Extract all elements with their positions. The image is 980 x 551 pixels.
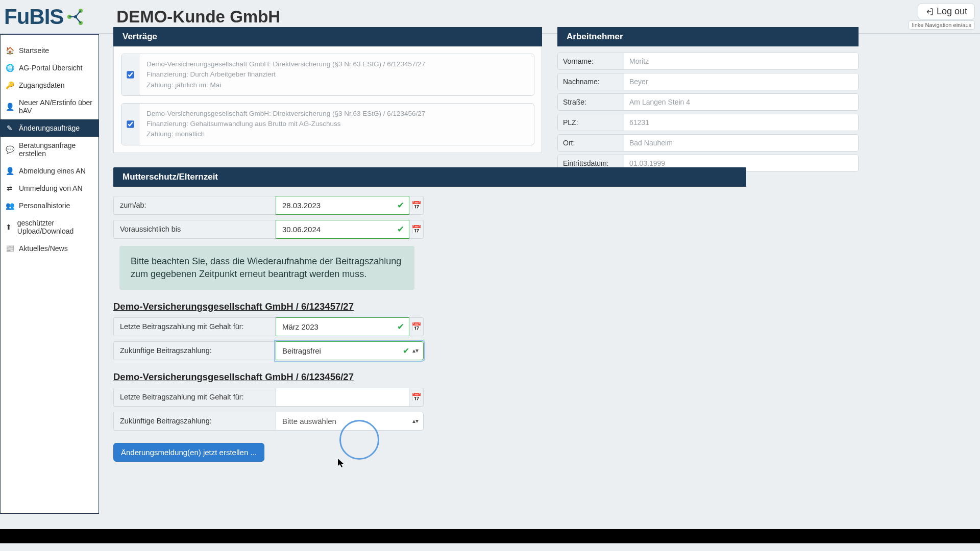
calendar-button[interactable]: 📅	[409, 317, 424, 336]
employee-row-vorname: Vorname: Moritz	[557, 53, 859, 70]
logout-label: Log out	[937, 6, 967, 17]
employee-row-nachname: Nachname: Beyer	[557, 73, 859, 90]
employee-row-strasse: Straße: Am Langen Stein 4	[557, 93, 859, 111]
form-row-from: zum/ab: ✔ 📅	[113, 196, 424, 215]
customer-name: DEMO-Kunde GmbH	[116, 7, 280, 27]
form-row-until: Voraussichtlich bis ✔ 📅	[113, 220, 424, 239]
contract-line: Finanzierung: Gehaltsumwandlung aus Brut…	[146, 119, 527, 129]
mutterschutz-section: Mutterschutz/Elternzeit zum/ab: ✔ 📅	[113, 167, 542, 462]
last-pay-label: Letzte Beitragszahlung mit Gehalt für:	[113, 317, 276, 336]
field-value: Am Langen Stein 4	[624, 94, 858, 110]
sidebar-item-abmeldung[interactable]: 👤 Abmeldung eines AN	[1, 162, 99, 180]
until-input[interactable]	[276, 220, 409, 239]
form-row-future-0: Zukünftige Beitragszahlung: Beitragsfrei…	[113, 341, 424, 360]
sidebar-item-label: Ummeldung von AN	[19, 184, 83, 192]
last-pay-input[interactable]	[276, 388, 409, 407]
future-select[interactable]: Bitte auswählen	[276, 412, 424, 431]
form-row-last-payment-0: Letzte Beitragszahlung mit Gehalt für: ✔…	[113, 317, 424, 336]
logout-icon	[925, 8, 934, 16]
svg-line-6	[76, 17, 81, 23]
form-row-future-1: Zukünftige Beitragszahlung: Bitte auswäh…	[113, 412, 424, 431]
from-input[interactable]	[276, 196, 409, 215]
sidebar-item-label: Personalhistorie	[19, 202, 70, 210]
field-value: Bad Nauheim	[624, 135, 858, 151]
logo-mark-icon	[65, 7, 86, 27]
contracts-panel: Demo-Versicherungsgesellschaft GmbH: Dir…	[113, 46, 542, 153]
field-label: Nachname:	[558, 73, 624, 90]
sidebar-item-beratungsanfrage[interactable]: 💬 Beratungsanfrage erstellen	[1, 137, 99, 162]
calendar-button[interactable]: 📅	[409, 388, 424, 407]
svg-marker-8	[338, 459, 344, 467]
employee-row-ort: Ort: Bad Nauheim	[557, 134, 859, 152]
sidebar-item-label: geschützter Upload/Download	[17, 219, 93, 235]
sidebar-item-ag-portal[interactable]: 🌐 AG-Portal Übersicht	[1, 59, 99, 77]
section-header: Mutterschutz/Elternzeit	[113, 167, 746, 187]
check-icon: ✔	[397, 200, 404, 211]
sidebar-item-label: Zugangsdaten	[19, 81, 65, 89]
field-label: PLZ:	[558, 114, 624, 131]
sidebar-item-label: Änderungsaufträge	[19, 124, 80, 132]
contract-checkbox[interactable]	[127, 71, 134, 78]
check-icon: ✔	[397, 321, 404, 332]
calendar-icon: 📅	[411, 201, 422, 210]
field-value: 61231	[624, 114, 858, 131]
calendar-icon: 📅	[411, 392, 422, 402]
logo-text: FuBIS	[4, 5, 63, 29]
field-label: Straße:	[558, 94, 624, 110]
app-logo: FuBIS	[4, 5, 86, 29]
contract-line: Finanzierung: Durch Arbeitgeber finanzie…	[146, 69, 527, 80]
sidebar-item-label: Beratungsanfrage erstellen	[19, 141, 93, 158]
sidebar-item-startseite[interactable]: 🏠 Startseite	[1, 42, 99, 59]
contracts-title: Verträge	[122, 32, 157, 41]
employee-panel-header: Arbeitnehmer	[557, 27, 859, 46]
employee-title: Arbeitnehmer	[567, 32, 623, 41]
contracts-panel-header: Verträge	[113, 27, 542, 46]
logout-button[interactable]: Log out	[918, 4, 975, 19]
from-label: zum/ab:	[113, 196, 276, 215]
user-plus-icon: 👤	[6, 103, 14, 111]
edit-icon: ✎	[6, 124, 14, 132]
field-value: Moritz	[624, 53, 858, 69]
section-title: Mutterschutz/Elternzeit	[122, 172, 218, 182]
contract-item: Demo-Versicherungsgesellschaft GmbH: Dir…	[121, 103, 534, 145]
sidebar-item-anderungsauftrage[interactable]: ✎ Änderungsaufträge	[1, 119, 99, 137]
last-pay-input[interactable]	[276, 317, 409, 336]
sidebar-item-personalhistorie[interactable]: 👥 Personalhistorie	[1, 197, 99, 214]
user-minus-icon: 👤	[6, 167, 14, 175]
calendar-button[interactable]: 📅	[409, 220, 424, 239]
check-icon: ✔	[397, 224, 404, 235]
svg-line-5	[76, 11, 81, 17]
sidebar: 🏠 Startseite 🌐 AG-Portal Übersicht 🔑 Zug…	[0, 34, 99, 514]
contract-subheading: Demo-Versicherungsgesellschaft GmbH / 6/…	[113, 301, 542, 312]
calendar-icon: 📅	[411, 322, 422, 332]
chat-icon: 💬	[6, 145, 14, 154]
sidebar-item-zugangsdaten[interactable]: 🔑 Zugangsdaten	[1, 77, 99, 94]
contract-subheading: Demo-Versicherungsgesellschaft GmbH / 6/…	[113, 371, 542, 383]
contract-checkbox[interactable]	[127, 120, 134, 128]
form-row-last-payment-1: Letzte Beitragszahlung mit Gehalt für: 📅	[113, 388, 424, 407]
nav-toggle-button[interactable]: linke Navigation ein/aus	[909, 20, 975, 30]
future-label: Zukünftige Beitragszahlung:	[113, 412, 276, 431]
submit-button[interactable]: Änderungsmeldung(en) jetzt erstellen ...	[113, 443, 264, 462]
home-icon: 🏠	[6, 46, 14, 55]
sidebar-item-label: Abmeldung eines AN	[19, 167, 86, 175]
sidebar-item-label: Neuer AN/Erstinfo über bAV	[19, 98, 93, 115]
sidebar-item-neuer-an[interactable]: 👤 Neuer AN/Erstinfo über bAV	[1, 94, 99, 119]
calendar-icon: 📅	[411, 224, 422, 234]
sidebar-item-ummeldung[interactable]: ⇄ Ummeldung von AN	[1, 180, 99, 197]
future-select[interactable]: Beitragsfrei	[276, 341, 424, 360]
future-label: Zukünftige Beitragszahlung:	[113, 341, 276, 360]
field-label: Vorname:	[558, 53, 624, 69]
sidebar-item-label: Startseite	[19, 46, 49, 55]
contract-line: Demo-Versicherungsgesellschaft GmbH: Dir…	[146, 109, 527, 119]
last-pay-label: Letzte Beitragszahlung mit Gehalt für:	[113, 388, 276, 407]
calendar-button[interactable]: 📅	[409, 196, 424, 215]
field-label: Ort:	[558, 135, 624, 151]
globe-icon: 🌐	[6, 64, 14, 72]
sidebar-item-upload-download[interactable]: ⬆ geschützter Upload/Download	[1, 214, 99, 240]
cursor-icon	[338, 459, 345, 468]
sidebar-item-label: Aktuelles/News	[19, 244, 68, 253]
until-label: Voraussichtlich bis	[113, 220, 276, 239]
contract-item: Demo-Versicherungsgesellschaft GmbH: Dir…	[121, 54, 534, 96]
sidebar-item-aktuelles[interactable]: 📰 Aktuelles/News	[1, 240, 99, 257]
